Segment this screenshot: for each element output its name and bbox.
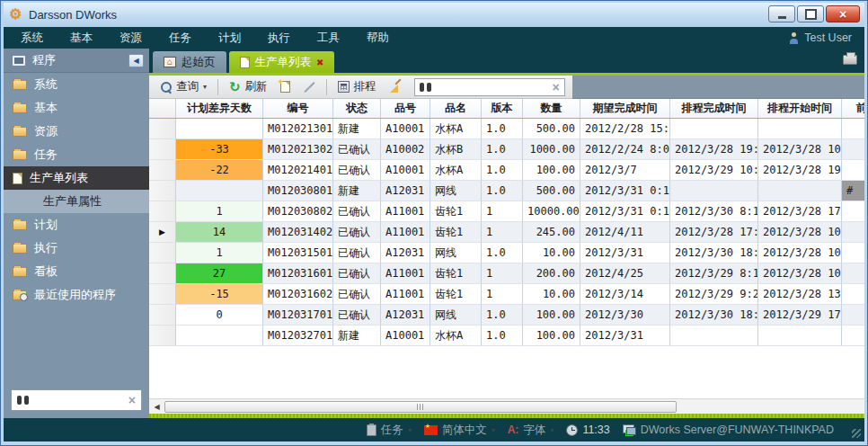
menu-item-2[interactable]: 资源 [106, 27, 155, 49]
user-icon [789, 32, 799, 44]
close-button[interactable] [826, 5, 860, 22]
schedule-button[interactable]: 排程 [333, 77, 381, 96]
menu-item-4[interactable]: 计划 [205, 27, 254, 49]
table-row[interactable]: -33M012021302已确认A10002水杯B1.01000.002012/… [149, 139, 864, 160]
toolbar-search-input[interactable] [436, 81, 548, 94]
sidebar-collapse-button[interactable] [128, 54, 144, 67]
cell-sched_start [758, 119, 842, 139]
column-header-extra[interactable]: 前 [842, 99, 864, 118]
calculator-icon [338, 81, 350, 93]
clock-icon [566, 424, 578, 436]
binoculars-icon [17, 396, 29, 405]
cell-extra: # [842, 181, 864, 201]
menu-item-6[interactable]: 工具 [304, 27, 353, 49]
clean-button[interactable] [385, 78, 407, 95]
cell-expected: 2012/3/7 [580, 160, 670, 181]
cell-part_name: 网线 [430, 243, 482, 263]
server-status: DWorks Server@FUNWAY-THINKPAD [623, 424, 834, 436]
cell-extra [842, 305, 864, 326]
column-header-diff[interactable]: 计划差异天数 [176, 99, 263, 118]
tab-close-icon[interactable] [316, 58, 323, 67]
sidebar-item-5[interactable]: 生产单属性 [4, 190, 149, 213]
minimize-button[interactable] [768, 5, 795, 22]
cell-expected: 2012/3/14 [580, 284, 670, 305]
window-title: Darsson DWorks [29, 8, 117, 22]
table-row[interactable]: 0M012031701已确认A12031网线1.0100.002012/3/30… [149, 305, 864, 326]
table-row[interactable]: -15M012031602已确认A11001齿轮1110.002012/3/14… [149, 284, 864, 305]
table-row[interactable]: 1M012031501已确认A12031网线1.010.002012/3/312… [149, 243, 864, 263]
menu-bar-items: 系统基本资源任务计划执行工具帮助 [7, 27, 403, 49]
cell-part_name: 齿轮1 [430, 284, 482, 305]
tab-production-order-list[interactable]: 生产单列表 [229, 51, 335, 73]
task-menu[interactable]: 任务 [367, 423, 412, 438]
toolbar-search-clear-icon[interactable] [552, 81, 559, 94]
table-row[interactable]: M012030801新建A12031网线1.0500.002012/3/31 0… [149, 181, 864, 201]
maximize-button[interactable] [797, 5, 824, 22]
cell-expected: 2012/4/25 [580, 263, 670, 284]
query-dropdown-caret-icon[interactable] [203, 83, 207, 91]
column-header-qty[interactable]: 数量 [523, 99, 580, 118]
sidebar-item-6[interactable]: 计划 [4, 213, 149, 236]
column-header-no[interactable]: 编号 [263, 99, 333, 118]
sidebar-item-8[interactable]: 看板 [4, 260, 149, 283]
cell-no: M012030802 [263, 201, 333, 222]
refresh-icon [229, 80, 241, 94]
sidebar-item-2[interactable]: 资源 [4, 120, 149, 143]
refresh-button[interactable]: 刷新 [225, 77, 272, 96]
scrollbar-thumb[interactable] [164, 401, 677, 413]
sidebar-item-7[interactable]: 执行 [4, 236, 149, 260]
cell-version: 1.0 [482, 119, 523, 139]
cell-part_no: A11001 [381, 263, 430, 284]
menu-item-0[interactable]: 系统 [7, 27, 57, 49]
sidebar-header-label: 程序 [32, 52, 128, 68]
column-header-part_name[interactable]: 品名 [430, 99, 482, 118]
cell-sched_finish: 2012/3/29 8:15 [670, 263, 758, 284]
column-header-status[interactable]: 状态 [333, 99, 381, 118]
table-row[interactable]: 1M012030802已确认A11001齿轮1110000.002012/3/3… [149, 201, 864, 222]
edit-button[interactable] [298, 79, 320, 95]
sidebar-item-0[interactable]: 系统 [4, 73, 149, 96]
cell-extra [842, 326, 864, 346]
printer-icon[interactable] [843, 55, 857, 65]
language-selector[interactable]: 简体中文 [424, 423, 495, 438]
query-button[interactable]: 查询 [156, 77, 211, 96]
cell-part_no: A12031 [381, 243, 430, 263]
column-header-sched_start[interactable]: 排程开始时间 [758, 99, 842, 118]
font-selector[interactable]: 字体 [508, 423, 554, 438]
cell-no: M012021302 [263, 139, 333, 160]
horizontal-scrollbar[interactable] [149, 398, 864, 414]
cell-no: M012031501 [263, 243, 333, 263]
cell-diff: 1 [176, 201, 263, 222]
column-header-version[interactable]: 版本 [482, 99, 523, 118]
sidebar-search-input[interactable] [29, 394, 128, 406]
title-bar[interactable]: Darsson DWorks [4, 3, 864, 27]
cell-part_no: A11001 [381, 222, 430, 243]
menu-item-1[interactable]: 基本 [57, 27, 106, 49]
sidebar-item-1[interactable]: 基本 [4, 96, 149, 120]
sidebar-item-3[interactable]: 任务 [4, 143, 149, 166]
column-header-part_no[interactable]: 品号 [381, 99, 430, 118]
user-indicator[interactable]: Test User [789, 31, 852, 44]
menu-item-7[interactable]: 帮助 [353, 27, 403, 49]
table-row[interactable]: ▶14M012031402已确认A11001齿轮11245.002012/4/1… [149, 222, 864, 243]
cell-diff [176, 326, 263, 346]
scroll-left-arrow-icon[interactable] [149, 399, 164, 415]
table-row[interactable]: -22M012021401已确认A10001水杯A1.0100.002012/3… [149, 160, 864, 181]
menu-item-3[interactable]: 任务 [155, 27, 205, 49]
language-dropdown-caret-icon [492, 426, 495, 434]
sidebar-item-4[interactable]: 生产单列表 [4, 166, 149, 190]
table-row[interactable]: M012032701新建A10001水杯A1.0100.002012/3/31 [149, 326, 864, 346]
sidebar-search-clear-icon[interactable] [128, 394, 136, 406]
sidebar-item-label: 看板 [34, 263, 58, 280]
table-row[interactable]: M012021301新建A10001水杯A1.0500.002012/2/28 … [149, 119, 864, 139]
sidebar-item-9[interactable]: 最近使用的程序 [4, 283, 149, 307]
column-header-sched_finish[interactable]: 排程完成时间 [670, 99, 758, 118]
menu-item-5[interactable]: 执行 [254, 27, 304, 49]
new-button[interactable] [276, 79, 295, 94]
table-row[interactable]: 27M012031601已确认A11001齿轮11200.002012/4/25… [149, 263, 864, 284]
resize-grip[interactable] [852, 429, 861, 438]
cell-qty: 500.00 [523, 119, 580, 139]
tab-start-page[interactable]: 起始页 [153, 51, 226, 73]
column-header-expected[interactable]: 期望完成时间 [580, 99, 670, 118]
cell-extra [842, 243, 864, 263]
